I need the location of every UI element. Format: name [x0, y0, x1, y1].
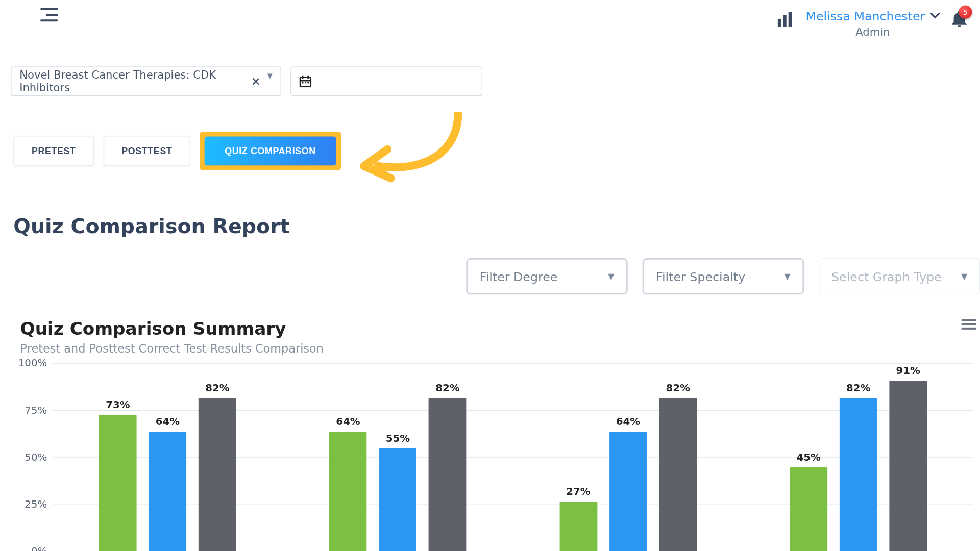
bar-chart: 73%64%82%64%55%82%27%64%82%45%82%91% 0%2… — [53, 365, 973, 551]
bar: 64% — [609, 432, 647, 551]
bar-value-label: 45% — [796, 452, 820, 464]
chart-subtitle: Pretest and Posttest Correct Test Result… — [0, 342, 980, 355]
filter-specialty-label: Filter Specialty — [656, 269, 745, 284]
svg-rect-10 — [961, 319, 976, 321]
notification-count-badge: 5 — [959, 6, 972, 19]
svg-rect-6 — [300, 80, 311, 82]
user-role-label: Admin — [855, 26, 890, 39]
bar-group: 64%55%82% — [317, 365, 478, 551]
bar-value-label: 82% — [846, 382, 870, 394]
calendar-icon — [300, 76, 312, 88]
chevron-down-icon — [930, 13, 940, 19]
bar: 27% — [559, 502, 597, 551]
filter-specialty-select[interactable]: Filter Specialty ▼ — [643, 258, 804, 294]
dropdown-caret-icon: ▼ — [608, 272, 614, 281]
date-range-picker[interactable] — [290, 67, 482, 96]
bar: 64% — [329, 432, 367, 551]
arrow-annotation-icon — [357, 112, 464, 189]
dropdown-caret-icon: ▼ — [267, 72, 273, 79]
y-tick-label: 0% — [13, 545, 47, 551]
svg-rect-9 — [307, 82, 309, 84]
bar: 82% — [659, 398, 697, 551]
svg-rect-5 — [307, 76, 309, 79]
svg-rect-12 — [961, 328, 976, 330]
svg-rect-4 — [302, 76, 304, 79]
bar: 82% — [429, 398, 467, 551]
page-title: Quiz Comparison Report — [0, 189, 980, 238]
svg-rect-11 — [961, 323, 976, 325]
bar-value-label: 27% — [566, 485, 590, 497]
tab-posttest[interactable]: POSTTEST — [104, 136, 190, 166]
bar-value-label: 73% — [106, 398, 130, 411]
bar-value-label: 82% — [205, 382, 229, 394]
svg-rect-1 — [783, 15, 787, 27]
bar: 91% — [889, 381, 927, 551]
y-tick-label: 25% — [13, 498, 47, 511]
bar: 73% — [99, 415, 137, 551]
user-name-label: Melissa Manchester — [805, 8, 925, 24]
y-tick-label: 100% — [13, 357, 47, 369]
svg-rect-8 — [305, 82, 306, 84]
filter-degree-select[interactable]: Filter Degree ▼ — [466, 258, 627, 294]
brand-logo-icon — [777, 12, 794, 30]
bar: 45% — [790, 467, 827, 551]
bar-value-label: 64% — [616, 416, 640, 428]
menu-toggle-icon[interactable] — [40, 8, 58, 21]
bar-group: 45%82%91% — [777, 365, 939, 551]
y-tick-label: 75% — [13, 404, 47, 416]
bar-group: 27%64%82% — [547, 365, 708, 551]
bar: 82% — [199, 398, 236, 551]
bar-group: 73%64%82% — [87, 365, 248, 551]
course-select[interactable]: Novel Breast Cancer Therapies: CDK Inhib… — [11, 67, 281, 96]
course-selected-label: Novel Breast Cancer Therapies: CDK Inhib… — [19, 69, 244, 94]
bar: 82% — [840, 398, 877, 551]
bar-value-label: 82% — [435, 382, 459, 394]
svg-rect-0 — [777, 19, 781, 27]
notifications-button[interactable]: 5 — [952, 11, 967, 30]
dropdown-caret-icon: ▼ — [961, 272, 967, 281]
bar-value-label: 64% — [156, 416, 180, 428]
graph-type-label: Select Graph Type — [831, 269, 942, 284]
bar: 64% — [149, 432, 186, 551]
filter-degree-label: Filter Degree — [480, 269, 558, 284]
chart-menu-button[interactable] — [961, 319, 976, 333]
y-tick-label: 50% — [13, 452, 47, 464]
bar-value-label: 64% — [336, 416, 360, 428]
hamburger-menu-icon — [961, 319, 976, 330]
dropdown-caret-icon: ▼ — [784, 272, 790, 281]
bar-value-label: 55% — [386, 433, 410, 445]
bar-value-label: 82% — [666, 382, 690, 394]
highlight-annotation: QUIZ COMPARISON — [200, 132, 340, 170]
bar-value-label: 91% — [896, 365, 920, 377]
svg-rect-2 — [788, 12, 792, 27]
bar: 55% — [379, 448, 417, 551]
tab-quiz-comparison[interactable]: QUIZ COMPARISON — [205, 136, 336, 165]
user-menu[interactable]: Melissa Manchester — [805, 8, 940, 24]
clear-course-icon[interactable]: × — [251, 75, 261, 88]
graph-type-select[interactable]: Select Graph Type ▼ — [819, 258, 980, 294]
svg-rect-7 — [302, 82, 304, 84]
tab-pretest[interactable]: PRETEST — [13, 136, 94, 166]
chart-title: Quiz Comparison Summary — [0, 295, 980, 342]
